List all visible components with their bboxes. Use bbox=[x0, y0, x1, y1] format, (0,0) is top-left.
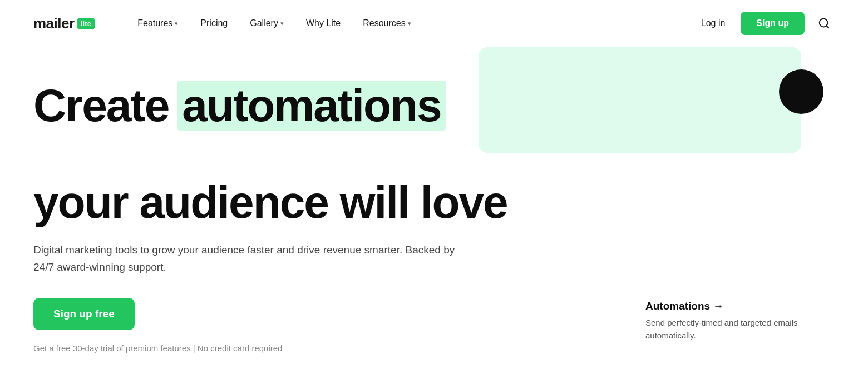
nav-links: Features ▾ Pricing Gallery ▾ Why Lite Re… bbox=[129, 14, 694, 33]
nav-item-why-lite[interactable]: Why Lite bbox=[297, 14, 349, 33]
login-link[interactable]: Log in bbox=[694, 14, 732, 33]
nav-why-lite-label: Why Lite bbox=[306, 18, 341, 28]
logo-badge: lite bbox=[77, 18, 96, 29]
nav-features-label: Features bbox=[137, 18, 172, 28]
hero-subtitle: Digital marketing tools to grow your aud… bbox=[33, 242, 456, 276]
chevron-down-icon-gallery: ▾ bbox=[280, 20, 284, 27]
nav-item-gallery[interactable]: Gallery ▾ bbox=[241, 14, 293, 33]
hero-card-title-text: Automations → bbox=[645, 300, 723, 312]
hero-title-create: Create bbox=[33, 82, 169, 129]
hero-title-line2: your audience will love bbox=[33, 177, 507, 227]
hero-right-card-title: Automations → bbox=[645, 300, 801, 312]
hero-signup-button[interactable]: Sign up free bbox=[33, 298, 135, 330]
search-button[interactable] bbox=[813, 13, 835, 34]
hero-title: Create automations your audience will lo… bbox=[33, 81, 534, 226]
hero-title-highlighted: automations bbox=[177, 81, 445, 131]
nav-item-pricing[interactable]: Pricing bbox=[191, 14, 236, 33]
navbar: mailer lite Features ▾ Pricing Gallery ▾… bbox=[0, 0, 868, 47]
hero-section: Create automations your audience will lo… bbox=[0, 47, 868, 374]
hero-content: Create automations your audience will lo… bbox=[33, 81, 534, 353]
hero-right-card: Automations → Send perfectly-timed and t… bbox=[645, 300, 801, 342]
chevron-down-icon-resources: ▾ bbox=[408, 20, 411, 27]
logo-link[interactable]: mailer lite bbox=[33, 15, 95, 32]
hero-title-line1: Create automations bbox=[33, 81, 534, 131]
search-icon bbox=[818, 17, 830, 29]
nav-resources-label: Resources bbox=[363, 18, 405, 28]
nav-pricing-label: Pricing bbox=[200, 18, 228, 28]
hero-fine-print: Get a free 30-day trial of premium featu… bbox=[33, 343, 534, 353]
chevron-down-icon: ▾ bbox=[175, 20, 178, 27]
nav-item-features[interactable]: Features ▾ bbox=[129, 14, 187, 33]
svg-line-1 bbox=[826, 26, 828, 28]
hero-right-card-description: Send perfectly-timed and targeted emails… bbox=[645, 317, 801, 342]
nav-signup-button[interactable]: Sign up bbox=[741, 12, 805, 35]
hero-inner: Create automations your audience will lo… bbox=[33, 81, 835, 353]
nav-gallery-label: Gallery bbox=[250, 18, 278, 28]
logo-text: mailer bbox=[33, 15, 75, 32]
nav-right: Log in Sign up bbox=[694, 12, 835, 35]
nav-item-resources[interactable]: Resources ▾ bbox=[354, 14, 420, 33]
